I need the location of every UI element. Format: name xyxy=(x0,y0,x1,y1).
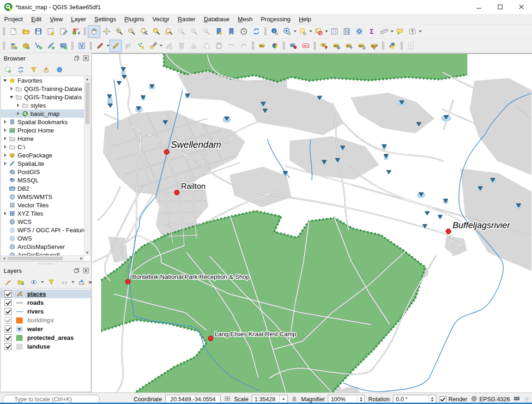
open-layer-styling-button[interactable] xyxy=(2,276,13,288)
browser-item-spatialite[interactable]: SpatiaLite xyxy=(1,159,85,168)
layer-item-rivers[interactable]: rivers xyxy=(1,307,91,316)
layer-checkbox-roads[interactable] xyxy=(5,299,12,306)
layer-labeling-options-button[interactable]: abc xyxy=(256,40,268,52)
layer-checkbox-landuse[interactable] xyxy=(5,343,12,350)
browser-item-xyz-tiles[interactable]: XYZ Tiles xyxy=(1,209,85,217)
toggle-editing-button[interactable] xyxy=(109,40,122,52)
menu-layer[interactable]: Layer xyxy=(67,15,91,24)
browser-item-wcs[interactable]: WCS xyxy=(1,217,85,226)
new-spatialite-layer-button[interactable] xyxy=(44,40,57,52)
layer-diagram-options-button[interactable] xyxy=(268,40,281,52)
layers-float-button[interactable] xyxy=(73,267,80,274)
map-canvas[interactable]: SwellendamRailtonBuffeljagsrivierBontebo… xyxy=(92,53,532,392)
expander-closed-icon[interactable] xyxy=(3,136,8,141)
zoom-full-button[interactable] xyxy=(138,25,150,38)
pan-to-selection-button[interactable] xyxy=(100,25,113,38)
magnifier-spinbox[interactable]: 100% xyxy=(328,395,365,404)
filter-expression-dropdown-arrow[interactable] xyxy=(72,281,74,283)
browser-float-button[interactable] xyxy=(73,55,80,61)
layer-checkbox-buildings[interactable] xyxy=(5,317,12,324)
refresh-map-button[interactable] xyxy=(250,25,262,38)
messages-icon[interactable] xyxy=(513,395,520,404)
filter-browser-button[interactable] xyxy=(28,64,39,75)
menu-help[interactable]: Help xyxy=(295,15,315,24)
layers-close-button[interactable] xyxy=(82,267,90,274)
menu-database[interactable]: Database xyxy=(200,15,234,24)
expander-closed-icon[interactable] xyxy=(9,86,14,91)
processing-toolbox-button[interactable] xyxy=(353,25,365,38)
toolbar-drag-handle[interactable] xyxy=(252,42,254,50)
browser-item-arcgismapserver[interactable]: ArcGisMapServer xyxy=(1,242,85,251)
new-memory-layer-button[interactable] xyxy=(75,40,88,52)
measure-line-button[interactable] xyxy=(378,25,390,38)
new-spatial-bookmark-button[interactable] xyxy=(212,25,225,38)
scale-lock-icon[interactable] xyxy=(291,395,298,404)
browser-item-wfs-ogc-api-feature[interactable]: VWFS / OGC API - Feature xyxy=(1,226,85,234)
layer-item-landuse[interactable]: landuse xyxy=(1,342,91,351)
expander-open-icon[interactable] xyxy=(3,78,8,83)
expander-closed-icon[interactable] xyxy=(3,145,8,150)
toolbar-drag-handle[interactable] xyxy=(314,42,316,50)
expander-closed-icon[interactable] xyxy=(3,161,8,166)
menu-view[interactable]: View xyxy=(46,15,67,24)
scale-dropdown-arrow[interactable] xyxy=(279,395,287,404)
browser-horizontal-scrollbar[interactable] xyxy=(1,255,85,261)
maximize-button[interactable] xyxy=(490,0,511,14)
show-layout-manager-button[interactable] xyxy=(57,25,69,38)
text-annotation-dropdown-arrow[interactable] xyxy=(419,30,422,32)
manage-map-themes-button[interactable] xyxy=(28,276,39,288)
render-checkbox[interactable] xyxy=(440,396,447,403)
layer-item-water[interactable]: water xyxy=(1,325,91,333)
new-shapefile-layer-button[interactable] xyxy=(32,40,44,52)
new-geopackage-layer-button[interactable] xyxy=(19,40,32,52)
temporal-controller-button[interactable] xyxy=(237,25,250,38)
layer-item-roads[interactable]: roads xyxy=(1,298,91,307)
expander-closed-icon[interactable] xyxy=(3,128,8,133)
statistical-summary-button[interactable]: Σ xyxy=(365,25,378,38)
expander-closed-icon[interactable] xyxy=(16,111,21,116)
zoom-out-button[interactable] xyxy=(125,25,138,38)
toolbar-drag-handle[interactable] xyxy=(71,42,73,50)
deselect-features-button[interactable] xyxy=(312,25,325,38)
text-annotation-button[interactable]: T xyxy=(406,25,418,38)
layer-item-places[interactable]: places xyxy=(1,289,91,298)
browser-item-basic-map[interactable]: basic_map xyxy=(1,109,85,118)
crs-value[interactable]: EPSG:4326 xyxy=(479,396,510,403)
layer-checkbox-rivers[interactable] xyxy=(5,308,12,315)
field-calculator-button[interactable] xyxy=(340,25,353,38)
save-project-button[interactable] xyxy=(32,25,44,38)
zoom-in-button[interactable] xyxy=(113,25,125,38)
browser-vertical-scrollbar[interactable] xyxy=(84,76,91,256)
toolbar-drag-handle[interactable] xyxy=(283,42,285,50)
pan-map-button[interactable] xyxy=(88,25,100,38)
new-virtual-layer-button[interactable] xyxy=(57,40,69,52)
browser-item-c-[interactable]: C:\ xyxy=(1,143,85,151)
select-features-button[interactable] xyxy=(296,25,309,38)
layer-checkbox-places[interactable] xyxy=(5,290,12,297)
browser-item-vector-tiles[interactable]: Vector Tiles xyxy=(1,201,85,209)
expand-collapse-button[interactable] xyxy=(76,276,87,288)
browser-item-wms-wmts[interactable]: WMS/WMTS xyxy=(1,193,85,201)
expander-closed-icon[interactable] xyxy=(16,103,21,108)
browser-item-qgis-training-data-s[interactable]: QGIS-Training-Data\s xyxy=(1,93,85,101)
rotate-label-button[interactable]: abc xyxy=(355,40,368,52)
browser-item-geopackage[interactable]: GeoPackage xyxy=(1,151,85,159)
expander-closed-icon[interactable] xyxy=(3,153,8,158)
menu-mesh[interactable]: Mesh xyxy=(234,15,257,24)
style-manager-button[interactable]: a xyxy=(69,25,82,38)
highlight-pinned-labels-button[interactable]: ab xyxy=(287,40,299,52)
run-feature-action-button[interactable] xyxy=(281,25,293,38)
open-attribute-table-button[interactable] xyxy=(328,25,340,38)
move-label-button[interactable]: abc xyxy=(343,40,355,52)
menu-processing[interactable]: Processing xyxy=(257,15,295,24)
browser-item-project-home[interactable]: Project Home xyxy=(1,126,85,134)
pin-unpin-labels-button[interactable]: ab xyxy=(318,40,330,52)
close-button[interactable] xyxy=(511,0,532,14)
toolbar-drag-handle[interactable] xyxy=(382,42,384,50)
rotation-spinbox[interactable]: 0.0 ° xyxy=(393,395,436,404)
show-unplaced-labels-button[interactable]: abc xyxy=(299,40,312,52)
add-group-button[interactable] xyxy=(15,276,26,288)
data-source-manager-button[interactable] xyxy=(7,40,19,52)
layer-item-buildings[interactable]: buildings xyxy=(1,316,91,325)
zoom-to-selection-button[interactable] xyxy=(150,25,163,38)
